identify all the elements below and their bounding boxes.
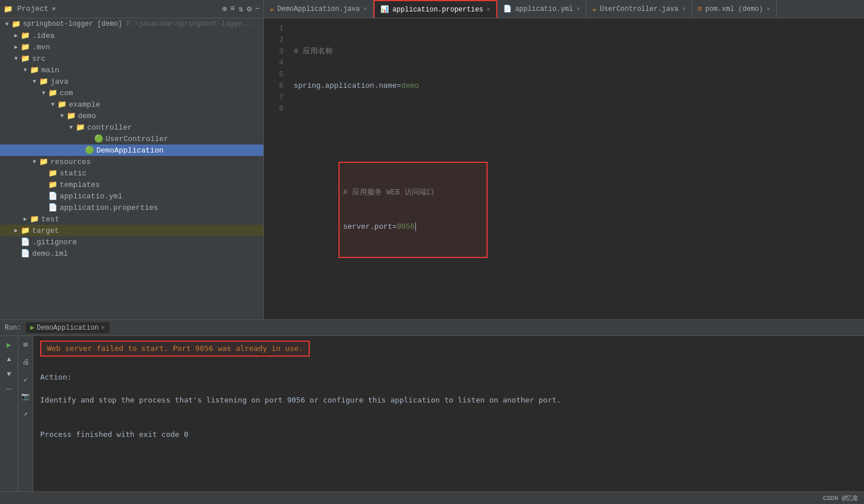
run-tab-label: DemoApplication [37,324,99,332]
tab-close-icon[interactable]: × [766,6,770,13]
console-output[interactable]: Web server failed to start. Port 9056 wa… [33,336,864,491]
expand-arrow: ▼ [30,79,39,85]
sidebar-item-resources[interactable]: ▼ 📁 resources [0,156,263,167]
static-folder-icon: 📁 [48,169,57,178]
error-message: Web server failed to start. Port 9056 wa… [47,344,303,353]
expand-arrow: ▼ [48,101,57,108]
error-block-wrapper: Web server failed to start. Port 9056 wa… [40,341,857,357]
sidebar-item-java[interactable]: ▼ 📁 java [0,76,263,87]
action-label [40,360,857,372]
sidebar-item-test[interactable]: ▶ 📁 test [0,213,263,225]
expand-arrow [39,205,48,211]
sidebar-item-example[interactable]: ▼ 📁 example [0,99,263,110]
static-label: static [60,169,87,178]
demo-label: demo [78,112,96,120]
scroll-end-icon[interactable]: ↙ [20,373,32,385]
run-stop-icon[interactable]: — [3,383,15,396]
exit-spacer [40,406,857,417]
toolbar-collapse-icon[interactable]: ≡ [230,4,235,14]
editor-content[interactable]: 1 2 3 4 5 6 7 8 # 应用名称 spring.applicatio… [264,18,864,319]
run-tab-demoapplication[interactable]: ▶ DemoApplication × [26,322,110,333]
tab-label: UserController.java [600,5,679,13]
bottom-panel: Run: ▶ DemoApplication × ▶ ▲ ▼ — ⊞ 🖨 ↙ 📷… [0,319,864,491]
project-label[interactable]: Project [17,5,49,13]
sidebar-item-usercontroller[interactable]: 🟢 UserController [0,133,263,144]
expand-arrow: ▶ [21,216,30,222]
action-detail: Identify and stop the process that's lis… [40,394,857,406]
demoiml-icon: 📄 [21,249,30,258]
sidebar-item-src[interactable]: ▼ 📁 src [0,53,263,64]
idea-folder-icon: 📁 [21,31,30,40]
sidebar-item-applicationprops[interactable]: 📄 application.properties [0,202,263,213]
code-line-5: server.port=9056 [343,221,483,233]
tab-close-icon[interactable]: × [363,6,367,13]
tab-close-icon[interactable]: × [577,6,581,13]
controller-folder-icon: 📁 [76,123,85,132]
sidebar-item-controller[interactable]: ▼ 📁 controller [0,122,263,133]
run-panel-body: ▶ ▲ ▼ — ⊞ 🖨 ↙ 📷 ↗ Web server failed to s… [0,336,864,491]
sidebar-item-main[interactable]: ▼ 📁 main [0,64,263,76]
sidebar-item-static[interactable]: 📁 static [0,167,263,179]
tab-label: applicatio.yml [515,5,573,13]
sidebar-item-gitignore[interactable]: 📄 .gitignore [0,236,263,248]
toolbar-settings-icon[interactable]: ⚙ [247,4,251,14]
console-icon[interactable]: ⊞ [20,338,32,351]
tab-user-controller-java[interactable]: ☕ UserController.java × [586,0,692,18]
tab-close-icon[interactable]: × [682,6,686,13]
editor-area: 1 2 3 4 5 6 7 8 # 应用名称 spring.applicatio… [264,18,864,319]
toolbar-scope-icon[interactable]: ⊕ [222,4,227,14]
java-tab-icon: ☕ [270,5,274,13]
expand-arrow: ▼ [57,113,67,119]
camera-icon[interactable]: 📷 [20,390,32,403]
run-label: Run: [5,324,21,332]
run-down-icon[interactable]: ▼ [3,368,15,381]
expand-arrow: ▼ [2,21,11,28]
sidebar-item-applicatioyml[interactable]: 📄 applicatio.yml [0,190,263,202]
run-tab-close[interactable]: × [101,325,105,331]
sidebar-item-com[interactable]: ▼ 📁 com [0,87,263,99]
expand-arrow: ▼ [39,90,48,96]
idea-label: .idea [32,32,55,40]
expand-arrow: ▶ [11,227,21,234]
sidebar-item-templates[interactable]: 📁 templates [0,179,263,190]
tab-demo-application-java[interactable]: ☕ DemoApplication.java × [264,0,373,18]
sidebar-item-demoapplication[interactable]: 🟢 DemoApplication [0,144,263,156]
tab-application-properties[interactable]: 📊 application.properties × [373,0,497,18]
yml-file-icon: 📄 [48,192,57,201]
print-icon[interactable]: 🖨 [20,355,32,368]
run-tab-bar: Run: ▶ DemoApplication × [0,320,864,336]
run-up-icon[interactable]: ▲ [3,353,15,366]
expand-arrow: ▼ [11,56,21,62]
mvn-label: .mvn [32,43,50,52]
tab-pom-xml[interactable]: m pom.xml (demo) × [692,0,777,18]
sidebar-item-demo[interactable]: ▼ 📁 demo [0,110,263,122]
run-play-icon[interactable]: ▶ [3,338,15,351]
toolbar-icons: ⊕ ≡ ⇅ ⚙ − [222,4,260,14]
sidebar-item-mvn[interactable]: ▶ 📁 .mvn [0,41,263,53]
toolbar-close-icon[interactable]: − [255,4,260,14]
tab-applicatio-yml[interactable]: 📄 applicatio.yml × [497,0,586,18]
demoapplication-icon: 🟢 [85,146,94,155]
java-label: java [50,77,68,86]
sidebar-item-idea[interactable]: ▶ 📁 .idea [0,30,263,41]
expand-arrow [39,193,48,200]
sidebar: ▼ 📁 springboot-logger [demo] E:\javacode… [0,18,264,319]
expand-arrow [39,182,48,188]
external-icon[interactable]: ↗ [20,407,32,420]
status-bar: CSDN @忆途 [0,491,864,504]
toolbar-expand-icon[interactable]: ⇅ [239,4,243,14]
expand-arrow [39,170,48,177]
code-editor[interactable]: # 应用名称 spring.application.name=demo # 应用… [287,18,864,319]
sidebar-item-demoiml[interactable]: 📄 demo.iml [0,248,263,259]
status-text: CSDN @忆途 [823,494,858,502]
com-folder-icon: 📁 [48,88,57,97]
project-dropdown-icon[interactable]: ▼ [52,6,56,13]
sidebar-item-target[interactable]: ▶ 📁 target [0,225,263,236]
sidebar-item-root[interactable]: ▼ 📁 springboot-logger [demo] E:\javacode… [0,18,263,30]
code-line-4: # 应用服务 WEB 访问端口 [343,187,483,198]
example-folder-icon: 📁 [57,100,67,109]
main-label: main [41,66,59,75]
tab-close-icon[interactable]: × [487,6,491,13]
exit-message: Process finished with exit code 0 [40,429,857,440]
code-line-6 [294,292,864,304]
